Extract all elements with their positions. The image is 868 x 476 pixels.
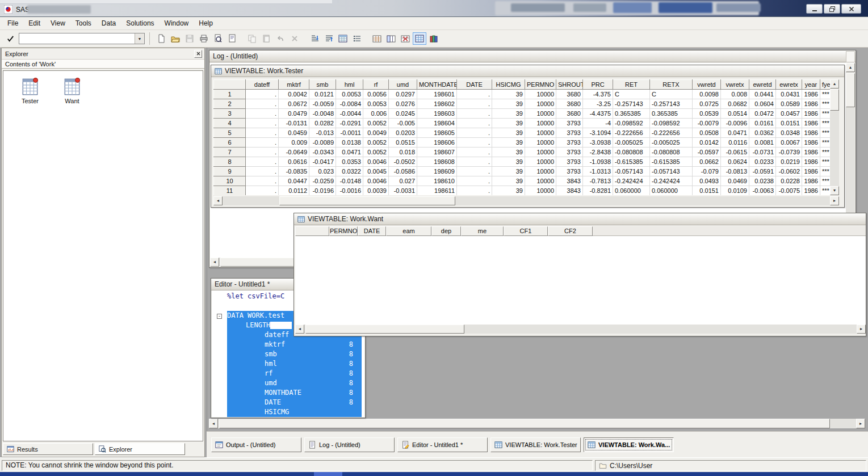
- command-check-button[interactable]: [3, 32, 17, 45]
- row-number[interactable]: 6: [214, 138, 246, 148]
- sort-ascending-button[interactable]: [308, 32, 321, 45]
- scroll-left-icon[interactable]: ◂: [210, 258, 219, 267]
- code-line[interactable]: DATE8: [227, 398, 362, 407]
- help-books-button[interactable]: [427, 32, 441, 45]
- open-folder-button[interactable]: [169, 32, 182, 45]
- insert-table-button[interactable]: [370, 32, 384, 45]
- column-header-MONTHDATE[interactable]: MONTHDATE: [417, 80, 457, 90]
- mdi-horizontal-scrollbar[interactable]: ◂ ▸: [209, 419, 865, 428]
- column-header-dep[interactable]: dep: [431, 226, 461, 236]
- column-header-HSICMG[interactable]: HSICMG: [492, 80, 525, 90]
- window-button-viewtable-work-wa[interactable]: VIEWTABLE: Work.Wa...: [584, 437, 674, 452]
- tab-results[interactable]: Results: [3, 443, 93, 455]
- menu-data[interactable]: Data: [97, 17, 121, 30]
- column-header-hml[interactable]: hml: [336, 80, 363, 90]
- menu-tools[interactable]: Tools: [70, 17, 97, 30]
- column-header-RET[interactable]: RET: [613, 80, 650, 90]
- row-number[interactable]: 4: [214, 119, 246, 128]
- minimize-button[interactable]: [806, 4, 823, 14]
- save-button[interactable]: [183, 32, 196, 45]
- page-view-button[interactable]: [225, 32, 239, 45]
- row-number[interactable]: 5: [214, 128, 246, 138]
- window-button-log-untitled[interactable]: Log - (Untitled): [304, 437, 395, 452]
- menu-solutions[interactable]: Solutions: [121, 17, 159, 30]
- scroll-thumb[interactable]: [219, 419, 830, 428]
- table-columns-button[interactable]: [384, 32, 398, 45]
- paste-button[interactable]: [259, 32, 273, 45]
- menu-edit[interactable]: Edit: [23, 17, 45, 30]
- column-header-DATE[interactable]: DATE: [358, 226, 386, 236]
- sort-descending-button[interactable]: [322, 32, 336, 45]
- scroll-left-icon[interactable]: ◂: [213, 196, 223, 205]
- code-line[interactable]: HSICMG: [227, 407, 362, 417]
- command-input[interactable]: [19, 34, 135, 43]
- column-header-fye[interactable]: fye: [820, 80, 831, 90]
- table-view-button[interactable]: [336, 32, 350, 45]
- column-header-RETX[interactable]: RETX: [650, 80, 693, 90]
- scroll-thumb[interactable]: [279, 196, 455, 205]
- panel-close-button[interactable]: [194, 50, 202, 58]
- code-line[interactable]: MONTHDATE8: [227, 388, 362, 398]
- column-header-SHROUT[interactable]: SHROUT: [556, 80, 583, 90]
- menu-window[interactable]: Window: [160, 17, 194, 30]
- column-header-ewretd[interactable]: ewretd: [749, 80, 776, 90]
- column-header-eam[interactable]: eam: [386, 226, 431, 236]
- code-fold-icon[interactable]: -: [217, 314, 222, 319]
- code-line[interactable]: hml8: [227, 359, 362, 369]
- column-header-dateff[interactable]: dateff: [246, 80, 279, 90]
- print-preview-button[interactable]: [211, 32, 225, 45]
- column-header-rf[interactable]: rf: [363, 80, 389, 90]
- row-number[interactable]: 8: [214, 157, 246, 167]
- row-number[interactable]: 1: [214, 90, 246, 99]
- tester-window-titlebar[interactable]: VIEWTABLE: Work.Tester: [211, 65, 844, 77]
- tester-vertical-scrollbar[interactable]: ▴ ▾: [830, 79, 839, 195]
- delete-button[interactable]: [288, 32, 301, 45]
- column-header-vwretx[interactable]: vwretx: [721, 80, 749, 90]
- column-header-CF2[interactable]: CF2: [548, 226, 593, 236]
- column-header-ewretx[interactable]: ewretx: [776, 80, 802, 90]
- list-view-button[interactable]: [350, 32, 364, 45]
- column-header-DATE[interactable]: DATE: [457, 80, 492, 90]
- scroll-thumb[interactable]: [305, 325, 464, 334]
- code-line[interactable]: smb8: [227, 349, 362, 359]
- scroll-thumb[interactable]: [830, 89, 839, 111]
- scroll-right-icon[interactable]: ▸: [856, 419, 865, 428]
- chevron-down-icon[interactable]: ▼: [135, 33, 144, 44]
- column-header-me[interactable]: me: [461, 226, 504, 236]
- window-button-viewtable-work-tester[interactable]: VIEWTABLE: Work.Tester: [490, 437, 581, 452]
- column-header-smb[interactable]: smb: [309, 80, 336, 90]
- row-number[interactable]: 11: [214, 186, 246, 196]
- undo-button[interactable]: [274, 32, 287, 45]
- code-line[interactable]: mktrf8: [227, 340, 362, 349]
- scroll-left-icon[interactable]: ◂: [295, 325, 304, 334]
- column-header-year[interactable]: year: [802, 80, 820, 90]
- scroll-left-icon[interactable]: ◂: [209, 419, 218, 428]
- row-number[interactable]: 7: [214, 148, 246, 157]
- menu-view[interactable]: View: [45, 17, 70, 30]
- column-header-umd[interactable]: umd: [389, 80, 417, 90]
- command-combo[interactable]: ▼: [19, 33, 145, 44]
- tester-horizontal-scrollbar[interactable]: ◂ ▸: [213, 196, 839, 205]
- tab-explorer[interactable]: Explorer: [95, 443, 185, 455]
- code-line[interactable]: umd8: [227, 378, 362, 388]
- table-delete-button[interactable]: [399, 32, 412, 45]
- menu-file[interactable]: File: [2, 17, 23, 30]
- copy-button[interactable]: [245, 32, 259, 45]
- column-header-CF1[interactable]: CF1: [504, 226, 548, 236]
- window-button-editor-untitled1[interactable]: Editor - Untitled1 *: [397, 437, 488, 452]
- window-button-output-untitled[interactable]: Output - (Untitled): [211, 437, 301, 452]
- scroll-right-icon[interactable]: ▸: [857, 325, 866, 334]
- scroll-thumb[interactable]: [846, 73, 855, 107]
- scroll-thumb[interactable]: [220, 258, 305, 267]
- row-number[interactable]: 10: [214, 176, 246, 186]
- scroll-up-icon[interactable]: ▴: [830, 79, 839, 89]
- log-window-titlebar[interactable]: Log - (Untitled): [209, 50, 856, 62]
- print-button[interactable]: [197, 32, 211, 45]
- row-number[interactable]: 2: [214, 99, 246, 109]
- row-number[interactable]: 9: [214, 167, 246, 176]
- want-horizontal-scrollbar[interactable]: ◂ ▸: [295, 325, 866, 334]
- table-grid-button[interactable]: [413, 32, 426, 45]
- want-table-body[interactable]: [295, 236, 866, 325]
- explorer-item-tester[interactable]: Tester: [22, 77, 39, 104]
- column-header-PERMNO[interactable]: PERMNO: [525, 80, 556, 90]
